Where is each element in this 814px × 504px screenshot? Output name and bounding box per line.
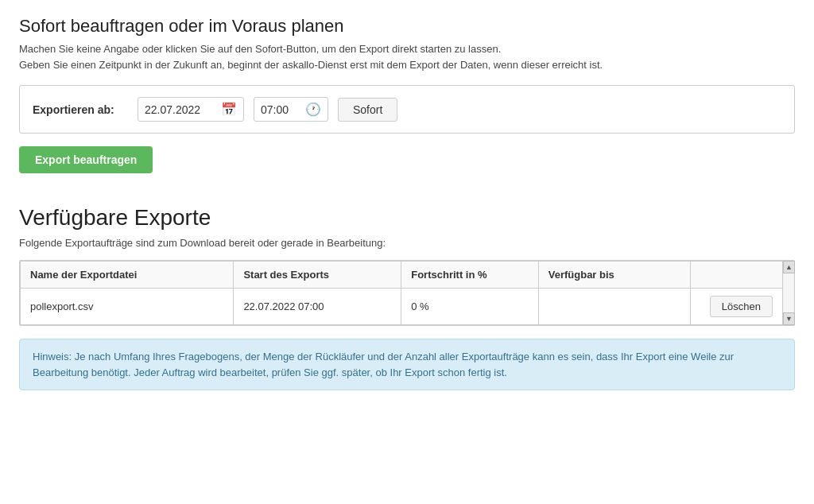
date-input-wrapper[interactable]: 📅 [138,97,244,122]
export-form-box: Exportieren ab: 📅 🕐 Sofort [19,85,795,134]
col-header-action [691,262,782,289]
cell-available [538,289,691,325]
form-section-title: Sofort beauftragen oder im Voraus planen [19,16,795,37]
date-input[interactable] [145,103,216,116]
clock-icon[interactable]: 🕐 [305,102,321,117]
sofort-button[interactable]: Sofort [338,98,397,122]
description-line2: Geben Sie einen Zeitpunkt in der Zukunft… [19,59,603,71]
available-title: Verfügbare Exporte [19,205,795,231]
cell-start: 22.07.2022 07:00 [234,289,401,325]
hint-box: Hinweis: Je nach Umfang Ihres Fragebogen… [19,339,795,390]
scroll-up-button[interactable]: ▲ [783,261,795,273]
table-scrollbar[interactable]: ▲ ▼ [782,261,794,325]
available-description: Folgende Exportaufträge sind zum Downloa… [19,237,795,249]
hint-text: Hinweis: Je nach Umfang Ihres Fragebogen… [33,351,734,378]
available-section: Verfügbare Exporte Folgende Exportaufträ… [19,205,795,390]
col-header-start: Start des Exports [234,262,401,289]
col-header-progress: Fortschritt in % [401,262,539,289]
cell-action: Löschen [691,289,782,325]
export-from-label: Exportieren ab: [33,103,128,116]
time-input[interactable] [261,103,300,116]
delete-button[interactable]: Löschen [710,296,773,317]
description-line1: Machen Sie keine Angabe oder klicken Sie… [19,43,501,55]
table-container: Name der Exportdatei Start des Exports F… [19,260,795,326]
scroll-down-button[interactable]: ▼ [783,312,795,325]
cell-filename: pollexport.csv [21,289,234,325]
form-section-description: Machen Sie keine Angabe oder klicken Sie… [19,41,795,72]
export-submit-button[interactable]: Export beauftragen [19,146,153,173]
col-header-available: Verfügbar bis [538,262,691,289]
table-row: pollexport.csv 22.07.2022 07:00 0 % Lösc… [21,289,783,325]
export-table: Name der Exportdatei Start des Exports F… [20,261,782,325]
table-header-row: Name der Exportdatei Start des Exports F… [21,262,783,289]
calendar-icon[interactable]: 📅 [221,102,237,117]
time-input-wrapper[interactable]: 🕐 [254,97,328,122]
cell-progress: 0 % [401,289,539,325]
col-header-name: Name der Exportdatei [21,262,234,289]
